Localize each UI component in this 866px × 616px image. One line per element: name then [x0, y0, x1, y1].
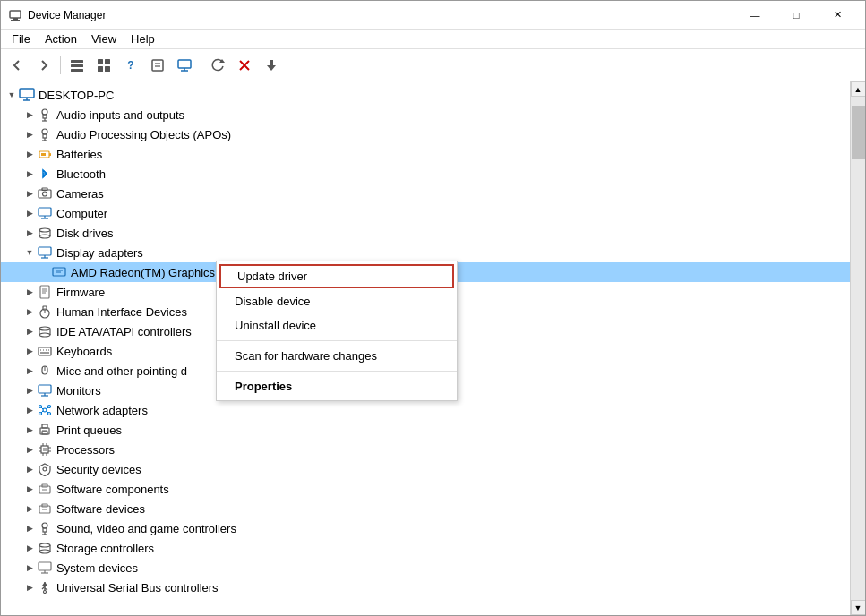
context-menu-uninstall-device[interactable]: Uninstall device [217, 313, 457, 338]
svg-point-42 [39, 228, 50, 232]
scrollbar-track[interactable] [851, 97, 866, 600]
tree-item-software-devices[interactable]: ▶ Software devices [1, 499, 850, 518]
display-icon [37, 244, 53, 261]
tree-item-system[interactable]: ▶ System devices [1, 558, 850, 578]
audio-inputs-arrow: ▶ [22, 107, 37, 122]
software-devices-icon [37, 500, 53, 517]
title-bar: Device Manager — □ ✕ [1, 1, 865, 30]
software-components-arrow: ▶ [22, 482, 37, 496]
scrollbar-up-button[interactable]: ▲ [851, 81, 866, 97]
refresh-button[interactable] [205, 54, 230, 77]
hid-label: Human Interface Devices [56, 305, 187, 319]
menu-view[interactable]: View [84, 30, 124, 47]
window-controls: — □ ✕ [734, 1, 858, 30]
svg-rect-25 [43, 115, 47, 118]
scrollbar-down-button[interactable]: ▼ [851, 600, 866, 615]
amd-radeon-icon [51, 264, 67, 280]
monitors-label: Monitors [56, 384, 101, 398]
mice-label: Mice and other pointing d [56, 364, 187, 378]
tree-item-computer[interactable]: ▶ Computer [1, 203, 850, 223]
device-manager-window: Device Manager — □ ✕ File Action View He… [0, 0, 866, 616]
svg-point-108 [39, 543, 50, 547]
software-devices-arrow: ▶ [22, 501, 37, 516]
svg-rect-3 [71, 60, 83, 63]
bluetooth-icon [37, 166, 53, 182]
context-menu-scan-hardware[interactable]: Scan for hardware changes [217, 344, 457, 368]
tree-item-cameras[interactable]: ▶ Cameras [1, 184, 850, 203]
tree-item-display[interactable]: ▼ Display adapters [1, 243, 850, 262]
tree-item-disk[interactable]: ▶ Disk drives [1, 223, 850, 243]
computer-button[interactable] [172, 54, 197, 77]
tree-item-sound[interactable]: ▶ Sound, video and game controllers [1, 518, 850, 538]
svg-rect-4 [71, 64, 83, 67]
svg-rect-2 [11, 20, 20, 21]
hid-arrow: ▶ [22, 304, 37, 319]
svg-rect-34 [41, 153, 46, 156]
close-button[interactable]: ✕ [817, 1, 858, 30]
processors-icon [37, 441, 53, 458]
svg-rect-84 [42, 432, 47, 434]
storage-arrow: ▶ [22, 541, 37, 555]
svg-rect-10 [152, 60, 163, 71]
tree-item-processors[interactable]: ▶ Processors [1, 440, 850, 459]
svg-rect-1 [13, 18, 18, 20]
tree-item-bluetooth[interactable]: ▶ Bluetooth [1, 164, 850, 184]
main-area: ▼ DESKTOP-PC ▶ [1, 81, 865, 615]
tree-item-audio-processing[interactable]: ▶ Audio Processing Objects (APOs) [1, 124, 850, 144]
tree-item-software-components[interactable]: ▶ Software components [1, 479, 850, 499]
app-icon [8, 8, 22, 22]
batteries-label: Batteries [56, 148, 102, 161]
audio-processing-arrow: ▶ [22, 127, 37, 141]
keyboards-arrow: ▶ [22, 344, 37, 358]
tree-item-storage[interactable]: ▶ Storage controllers [1, 538, 850, 558]
toolbar: ? [1, 49, 865, 81]
maximize-button[interactable]: □ [776, 1, 817, 30]
tree-item-usb[interactable]: ▶ Universal Serial Bus controllers [1, 578, 850, 597]
context-menu-disable-device[interactable]: Disable device [217, 289, 457, 313]
menu-file[interactable]: File [4, 30, 38, 47]
tree-item-batteries[interactable]: ▶ Batteries [1, 144, 850, 164]
scrollbar-thumb[interactable] [852, 106, 865, 159]
context-menu-update-driver[interactable]: Update driver [219, 264, 454, 288]
menu-bar: File Action View Help [1, 30, 865, 49]
help-button[interactable]: ? [118, 54, 143, 77]
audio-processing-label: Audio Processing Objects (APOs) [56, 128, 231, 141]
tree-root[interactable]: ▼ DESKTOP-PC [1, 85, 850, 105]
menu-action[interactable]: Action [38, 30, 84, 47]
svg-rect-0 [10, 11, 21, 18]
view-detail-button[interactable] [91, 54, 116, 77]
svg-line-78 [41, 407, 43, 409]
root-label: DESKTOP-PC [39, 89, 114, 102]
tree-item-print[interactable]: ▶ Print queues [1, 420, 850, 440]
view-list-button[interactable] [64, 54, 90, 77]
firmware-label: Firmware [56, 286, 105, 299]
disk-arrow: ▶ [22, 226, 37, 240]
svg-rect-70 [39, 385, 51, 393]
system-arrow: ▶ [22, 560, 37, 575]
minimize-button[interactable]: — [734, 1, 776, 30]
back-button[interactable] [4, 54, 30, 77]
update-button[interactable] [259, 54, 284, 77]
properties-button[interactable] [145, 54, 170, 77]
uninstall-button[interactable] [232, 54, 257, 77]
svg-point-24 [42, 109, 47, 115]
svg-rect-51 [40, 286, 49, 298]
keyboards-label: Keyboards [56, 345, 112, 358]
menu-help[interactable]: Help [124, 30, 162, 47]
storage-label: Storage controllers [56, 542, 154, 555]
tree-item-security[interactable]: ▶ Security devices [1, 459, 850, 479]
cameras-arrow: ▶ [22, 186, 37, 201]
security-icon [37, 461, 53, 477]
svg-point-28 [42, 129, 47, 134]
storage-icon [37, 540, 53, 556]
hid-icon [37, 304, 53, 320]
context-menu-properties[interactable]: Properties [217, 374, 457, 398]
window-title: Device Manager [28, 9, 734, 21]
computer-label: Computer [56, 207, 107, 220]
root-expand-arrow: ▼ [4, 88, 19, 102]
tree-item-audio-inputs[interactable]: ▶ Audio inputs and outputs [1, 105, 850, 124]
tree-item-network[interactable]: ▶ Network adapters [1, 400, 850, 420]
forward-button[interactable] [31, 54, 56, 77]
scrollbar[interactable]: ▲ ▼ [850, 81, 865, 615]
mice-icon [37, 363, 53, 379]
